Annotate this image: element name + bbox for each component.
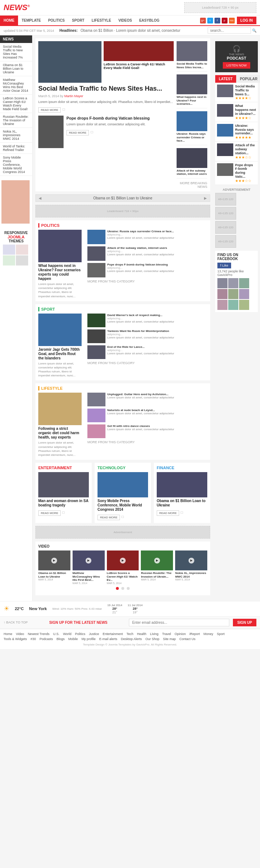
lifestyle-more-link[interactable]: MORE FROM THIS CATEGORY <box>87 440 207 444</box>
finance-article-title[interactable]: Obama on $1 Billion Loan to Ukraine <box>157 499 207 508</box>
footer-desktop[interactable]: Desktop Alerts <box>121 637 142 641</box>
sport-item-1-title[interactable]: David Warner's lack of respect making... <box>107 314 174 317</box>
pagination-dot-3[interactable] <box>127 587 130 590</box>
footer-video[interactable]: Video <box>16 632 24 636</box>
twitter-icon[interactable]: t <box>207 18 213 23</box>
nav-template[interactable]: TEMPLATE <box>18 16 44 25</box>
footer-contact[interactable]: Contact Us <box>179 637 196 641</box>
video-item-2[interactable]: ▶ Matthew McConaughey Wins His First Bes… <box>73 550 105 584</box>
footer-justice[interactable]: Justice <box>89 632 99 636</box>
sidebar-item[interactable]: LeBron Scores a Career-High 61! Watch Ev… <box>0 95 32 113</box>
video-item-3[interactable]: ▶ LeBron Scores a Career-High 61! Watch … <box>107 550 139 584</box>
signup-button[interactable]: SIGN UP <box>233 619 256 626</box>
nav-lifestyle[interactable]: LIFESTYLE <box>88 16 115 25</box>
pinterest-icon[interactable]: p <box>222 18 228 23</box>
featured-title[interactable]: Social Media Traffic to News Sites Has..… <box>38 85 174 93</box>
login-button[interactable]: LOG IN <box>237 17 256 24</box>
sidebar-item[interactable]: Social Media Traffic to New Sites Has In… <box>0 43 32 61</box>
sidebar-item[interactable]: Obama on $1 Billion Loan to Ukraine <box>0 61 32 76</box>
play-icon-1[interactable]: ▶ <box>51 558 57 563</box>
play-icon-2[interactable]: ▶ <box>86 558 91 563</box>
lp-item-1[interactable]: Social Media Traffic to News S... ★★★★☆ <box>215 83 258 102</box>
pagination-dot-1[interactable] <box>116 587 119 590</box>
sidebar-item[interactable]: Sony Mobile Press Conference, Mobile Wor… <box>0 154 32 176</box>
lifestyle-item-3-title[interactable]: Get fit with retro dance classes <box>107 424 174 428</box>
footer-30[interactable]: #30 <box>31 637 36 641</box>
footer-podcasts[interactable]: Podcasts <box>40 637 53 641</box>
lifestyle-main-title[interactable]: Following a strict organic diet could ha… <box>38 427 82 440</box>
lp-item-3[interactable]: Ukraine: Russia says surrender... ★★★★★ <box>215 122 258 142</box>
google-plus-icon[interactable]: g+ <box>200 18 206 23</box>
signup-email-input[interactable] <box>129 619 229 626</box>
sidebar-item[interactable]: Russian Roulette: The Invasion of Ukrain… <box>0 113 32 128</box>
search-input[interactable] <box>208 27 251 34</box>
lp-item-4[interactable]: Attack of the subway station... ★★★☆☆ <box>215 142 258 161</box>
sport-more-link[interactable]: MORE FROM THIS CATEGORY <box>87 361 207 365</box>
lifestyle-item-1-title[interactable]: Unplugged: Guitar Hero axed by Activisio… <box>107 393 174 396</box>
politics-more-link[interactable]: MORE FROM THIS CATEGORY <box>87 280 207 283</box>
back-to-top-link[interactable]: ↑ BACK TO TOP <box>4 621 28 624</box>
logo[interactable]: NEWS® <box>4 3 30 12</box>
nav-home[interactable]: HOME <box>0 16 18 25</box>
podcast-banner[interactable]: 🎧 THE NEWS PODCAST LISTEN NOW <box>215 41 258 72</box>
politics-item-1-title[interactable]: Ukraine: Russia says surrender Crimea or… <box>107 230 174 233</box>
sport-item-2-title[interactable]: Yankees Want No Room for Misinterpretati… <box>107 329 174 333</box>
footer-tech[interactable]: Tech <box>126 632 133 636</box>
footer-money[interactable]: Money <box>204 632 213 636</box>
featured-share-icon[interactable]: □ <box>62 107 65 111</box>
footer-sport[interactable]: Sport <box>217 632 225 636</box>
footer-mobile[interactable]: Mobile <box>68 637 78 641</box>
facebook-like-button[interactable]: f Like <box>217 263 231 268</box>
finance-read-more[interactable]: READ MORE <box>157 510 179 516</box>
entertainment-read-more[interactable]: READ MORE <box>38 510 61 516</box>
nav-easyblog[interactable]: EASYBLOG <box>135 16 163 25</box>
lp-item-5[interactable]: Pope drops F-bomb during Vatic... ★★★☆☆ <box>215 161 258 185</box>
themes-promo[interactable]: RESPONSIVE JOOMLA THEMES <box>0 228 32 268</box>
nav-politics[interactable]: POLITICS <box>44 16 68 25</box>
footer-living[interactable]: Living <box>150 632 159 636</box>
right-article-2-title[interactable]: What happens next in Ukraine? Four scena… <box>177 95 207 106</box>
nav-sport[interactable]: SPORT <box>68 16 88 25</box>
pope-share-icon[interactable]: □ <box>91 130 93 134</box>
lifestyle-item-2-title[interactable]: Naturists at nude beach at Leysd... <box>107 409 174 412</box>
more-breaking-link[interactable]: MORE BREAKING NEWS <box>177 181 207 189</box>
footer-politics[interactable]: Politics <box>75 632 86 636</box>
video-item-5[interactable]: ▶ Nokia XL, impresiones MWC 2014 MAR 5, … <box>175 550 207 584</box>
lp-item-2[interactable]: What happens next in Ukraine?... ★★★★☆ <box>215 102 258 122</box>
sport-item-3-title[interactable]: End of the Ride for Lance... <box>107 345 174 349</box>
facebook-icon[interactable]: f <box>214 18 220 23</box>
footer-email-alerts[interactable]: E-mail alerts <box>99 637 117 641</box>
rss-icon[interactable]: rss <box>229 18 235 23</box>
footer-ireport[interactable]: iReport <box>190 632 200 636</box>
footer-entertainment[interactable]: Entertainment <box>103 632 123 636</box>
sidebar-item[interactable]: Matthew McConaughey Wins His Best Actor … <box>0 76 32 95</box>
right-article-1-title[interactable]: Social Media Traffic to News Sites Incre… <box>177 62 207 69</box>
footer-sitemap[interactable]: Site map <box>163 637 176 641</box>
nav-videos[interactable]: VIDEOS <box>115 16 136 25</box>
sidebar-item[interactable]: Nokia XL, impresiones MWC 2014 <box>0 128 32 143</box>
technology-article-title[interactable]: Sony Mobile Press Conference, Mobile Wor… <box>98 499 148 512</box>
politics-main-title[interactable]: What happens next in Ukraine? Four scena… <box>38 264 82 281</box>
featured-read-more[interactable]: READ MORE <box>38 107 61 113</box>
entertainment-article-title[interactable]: Man and woman drown in SA boating traged… <box>38 499 89 508</box>
search-icon[interactable]: 🔍 <box>252 29 256 33</box>
footer-travel[interactable]: Travel <box>162 632 171 636</box>
latest-tab[interactable]: LATEST <box>215 75 236 83</box>
footer-shop[interactable]: Our Shop <box>146 637 160 641</box>
politics-item-3-title[interactable]: Pope drops F-bomb during Vatican blessin… <box>107 263 174 266</box>
footer-opinion[interactable]: Opinion <box>175 632 186 636</box>
popular-tab[interactable]: POPULAR <box>236 75 260 83</box>
sport-main-title[interactable]: Jaromir Jagr Gets 700th Goal, and Devils… <box>38 347 82 360</box>
footer-health[interactable]: Health <box>137 632 146 636</box>
loan-arrow-left[interactable]: ◀ <box>39 196 42 200</box>
play-icon-4[interactable]: ▶ <box>154 558 160 563</box>
politics-item-2-title[interactable]: Attack of the subway station, internet u… <box>107 246 174 250</box>
right-article-3-title[interactable]: Ukraine: Russia says surrender Crimea or… <box>177 132 207 143</box>
listen-button[interactable]: LISTEN NOW <box>223 62 250 69</box>
footer-newest[interactable]: Newest Trends <box>28 632 49 636</box>
footer-myprofile[interactable]: My profile <box>82 637 96 641</box>
featured-author[interactable]: Martin Mayer <box>64 94 83 98</box>
loan-arrow-right[interactable]: ▶ <box>204 196 207 200</box>
right-article-4-title[interactable]: Attack of the subway station, internet u… <box>177 169 207 176</box>
footer-home[interactable]: Home <box>4 632 12 636</box>
